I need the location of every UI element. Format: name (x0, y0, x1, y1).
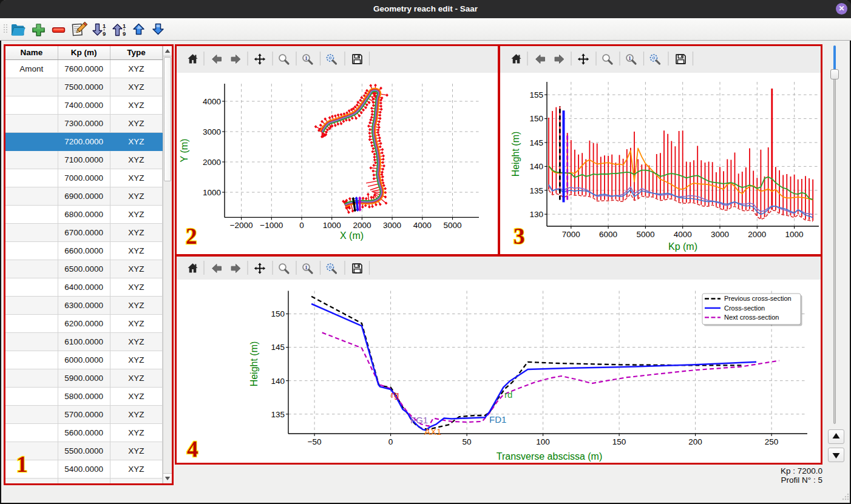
svg-text:4000: 4000 (674, 230, 692, 239)
svg-text:1: 1 (123, 22, 126, 29)
svg-text:135: 135 (529, 186, 543, 195)
svg-text:Next cross-section: Next cross-section (724, 314, 779, 321)
svg-text:2000: 2000 (748, 230, 766, 239)
svg-text:150: 150 (612, 437, 626, 446)
svg-text:2000: 2000 (353, 221, 371, 230)
svg-text:4000: 4000 (203, 97, 221, 106)
svg-text:50: 50 (463, 437, 472, 446)
svg-text:3000: 3000 (203, 127, 221, 136)
svg-text:X (m): X (m) (340, 230, 364, 241)
svg-text:−2000: −2000 (230, 221, 253, 230)
svg-text:200: 200 (688, 437, 702, 446)
svg-text:5000: 5000 (636, 230, 654, 239)
svg-text:145: 145 (271, 343, 285, 352)
svg-text:3000: 3000 (711, 230, 729, 239)
svg-text:Height (m): Height (m) (510, 132, 521, 177)
svg-text:0: 0 (299, 221, 304, 230)
svg-text:rg: rg (391, 389, 399, 400)
svg-text:1000: 1000 (323, 221, 341, 230)
svg-text:135: 135 (271, 410, 285, 419)
svg-text:9: 9 (103, 30, 106, 37)
svg-text:150: 150 (529, 114, 543, 123)
svg-text:Cross-section: Cross-section (724, 304, 765, 312)
svg-text:155: 155 (529, 90, 543, 99)
svg-text:AX1: AX1 (424, 426, 441, 437)
svg-text:250: 250 (765, 437, 779, 446)
svg-text:rd: rd (504, 389, 512, 400)
svg-text:7000: 7000 (562, 230, 580, 239)
svg-text:−1000: −1000 (260, 221, 283, 230)
svg-text:130: 130 (529, 210, 543, 219)
svg-text:6000: 6000 (599, 230, 617, 239)
svg-text:FG1: FG1 (410, 415, 428, 425)
svg-text:9: 9 (123, 30, 126, 37)
svg-text:3000: 3000 (383, 221, 401, 230)
svg-text:Y (m): Y (m) (179, 139, 189, 163)
svg-text:FD1: FD1 (489, 414, 506, 425)
svg-text:1: 1 (103, 22, 106, 29)
svg-text:5000: 5000 (443, 221, 461, 230)
svg-text:145: 145 (529, 138, 543, 147)
svg-text:Previous cross-section: Previous cross-section (724, 295, 792, 302)
svg-text:Transverse abscissa (m): Transverse abscissa (m) (497, 451, 603, 462)
svg-text:Kp (m): Kp (m) (668, 241, 697, 252)
svg-text:1000: 1000 (203, 188, 221, 197)
svg-text:2000: 2000 (203, 158, 221, 167)
svg-text:Height (m): Height (m) (249, 341, 259, 387)
svg-text:150: 150 (271, 309, 285, 318)
svg-text:100: 100 (536, 437, 550, 446)
svg-text:4000: 4000 (413, 221, 432, 230)
svg-text:140: 140 (529, 162, 543, 171)
svg-text:1000: 1000 (785, 230, 804, 239)
svg-text:0: 0 (388, 437, 393, 446)
svg-text:140: 140 (271, 377, 285, 386)
svg-text:−50: −50 (308, 437, 322, 446)
